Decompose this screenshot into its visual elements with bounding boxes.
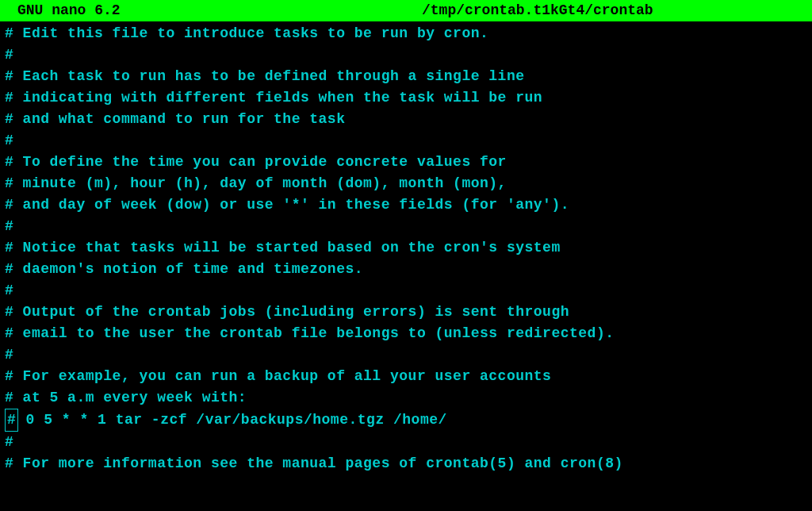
text-line: # Notice that tasks will be started base… <box>5 237 807 259</box>
text-line: # Output of the crontab jobs (including … <box>5 302 807 323</box>
text-line: # Edit this file to introduce tasks to b… <box>5 23 807 44</box>
text-line: # email to the user the crontab file bel… <box>5 323 807 344</box>
text-line: # For more information see the manual pa… <box>5 453 807 474</box>
text-line: # To define the time you can provide con… <box>5 152 807 173</box>
text-line: # daemon's notion of time and timezones. <box>5 259 807 280</box>
text-line: # <box>5 344 807 366</box>
text-line: # and what command to run for the task <box>5 109 807 130</box>
file-path: /tmp/crontab.t1kGt4/crontab <box>121 0 812 21</box>
text-line: # For example, you can run a backup of a… <box>5 366 807 387</box>
text-line: # indicating with different fields when … <box>5 87 807 109</box>
text-line: # <box>5 216 807 237</box>
text-line: # Each task to run has to be defined thr… <box>5 66 807 87</box>
text-line: # minute (m), hour (h), day of month (do… <box>5 173 807 194</box>
nano-header-bar: GNU nano 6.2 /tmp/crontab.t1kGt4/crontab <box>0 0 812 21</box>
app-name: GNU nano 6.2 <box>0 0 121 21</box>
text-line: # <box>5 432 807 453</box>
text-line: # <box>5 280 807 302</box>
cursor-line: # 0 5 * * 1 tar -zcf /var/backups/home.t… <box>5 409 807 432</box>
text-line: # and day of week (dow) or use '*' in th… <box>5 194 807 216</box>
cursor-line-rest: 0 5 * * 1 tar -zcf /var/backups/home.tgz… <box>17 412 446 428</box>
text-line: # at 5 a.m every week with: <box>5 387 807 409</box>
text-line: # <box>5 44 807 66</box>
text-line: # <box>5 130 807 152</box>
editor-area[interactable]: # Edit this file to introduce tasks to b… <box>0 21 812 476</box>
